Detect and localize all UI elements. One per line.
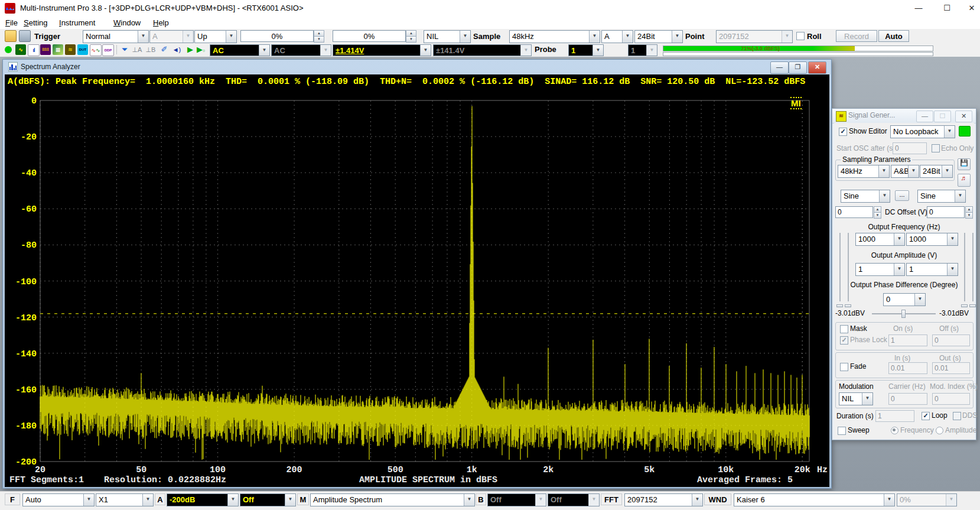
- spin-down-icon[interactable]: ▼: [874, 212, 881, 219]
- gen-channels-combo[interactable]: A&B▼: [891, 165, 919, 178]
- freq-slider-a-left[interactable]: [836, 233, 843, 307]
- music-note-button[interactable]: ♬: [958, 174, 971, 187]
- menu-window[interactable]: Window: [111, 18, 143, 28]
- a-ref-combo[interactable]: Off▼: [240, 493, 296, 506]
- roll-checkbox[interactable]: [796, 32, 805, 40]
- freq-slider-b-left[interactable]: [961, 233, 968, 307]
- wave-more-button[interactable]: ...: [895, 190, 909, 201]
- chevron-down-icon[interactable]: ▼: [884, 494, 894, 506]
- dc-offset-b-spinner[interactable]: ▲▼: [965, 206, 973, 218]
- chevron-down-icon[interactable]: ▼: [138, 31, 148, 43]
- save-file-icon[interactable]: [19, 30, 31, 42]
- a-range-combo[interactable]: -200dB▼: [167, 493, 239, 506]
- phase-combo[interactable]: 0▼: [883, 293, 926, 306]
- chevron-down-icon[interactable]: ▼: [908, 165, 919, 177]
- ddp-viewer-icon[interactable]: DDP: [102, 44, 114, 56]
- restore-icon[interactable]: ❐: [789, 61, 807, 74]
- chevron-down-icon[interactable]: ▼: [914, 294, 925, 306]
- dc-offset-a-field[interactable]: 0: [835, 206, 873, 218]
- trigger-level-spinner[interactable]: ▲▼: [314, 30, 324, 42]
- duration-field[interactable]: 1: [875, 410, 914, 422]
- coupling-a-combo[interactable]: AC▼: [210, 44, 270, 56]
- chevron-down-icon[interactable]: ▼: [285, 494, 295, 506]
- chevron-down-icon[interactable]: ▼: [589, 31, 600, 43]
- sample-channel-combo[interactable]: A▼: [601, 30, 633, 43]
- fade-checkbox[interactable]: [840, 363, 848, 371]
- trigger-delay-spinner[interactable]: ▲▼: [406, 30, 416, 42]
- close-icon[interactable]: ✕: [808, 61, 826, 74]
- chevron-down-icon[interactable]: ▼: [878, 165, 889, 177]
- output-on-button[interactable]: [959, 126, 971, 137]
- amp-a-combo[interactable]: 1▼: [855, 263, 905, 276]
- save-signal-button[interactable]: 💾: [958, 158, 971, 170]
- freq-a-combo[interactable]: 1000▼: [855, 233, 905, 246]
- freq-b-combo[interactable]: 1000▼: [906, 233, 958, 246]
- spin-down-icon[interactable]: ▼: [965, 212, 973, 219]
- chevron-down-icon[interactable]: ▼: [862, 393, 872, 405]
- freq-axis-combo[interactable]: Auto▼: [22, 493, 95, 506]
- spectrum-analyzer-icon[interactable]: ıl: [28, 44, 40, 56]
- amp-b-combo[interactable]: 1▼: [906, 263, 958, 276]
- open-file-icon[interactable]: [5, 30, 17, 42]
- chevron-down-icon[interactable]: ▼: [460, 31, 470, 43]
- play-icon[interactable]: ▶: [185, 44, 196, 55]
- signal-generator-titlebar[interactable]: ≋ Signal Gener... — ☐ ✕: [832, 109, 976, 124]
- freq-slider-b-right[interactable]: [969, 233, 976, 307]
- spin-down-icon[interactable]: ▼: [406, 36, 416, 43]
- chevron-down-icon[interactable]: ▼: [592, 45, 603, 56]
- sample-bits-combo[interactable]: 24Bit▼: [634, 30, 683, 43]
- chevron-down-icon[interactable]: ▼: [947, 233, 958, 245]
- show-editor-checkbox[interactable]: [839, 128, 847, 136]
- trigger-mode-combo[interactable]: Normal▼: [83, 30, 149, 43]
- spectrum-chart[interactable]: 0-20-40-60-80-100-120-140-160-180-200205…: [5, 74, 829, 487]
- multimeter-icon[interactable]: 888: [40, 44, 51, 55]
- chevron-down-icon[interactable]: ▼: [894, 233, 904, 245]
- chevron-down-icon[interactable]: ▼: [464, 494, 474, 506]
- minimize-icon[interactable]: —: [770, 61, 789, 74]
- gen-bits-combo[interactable]: 24Bit▼: [920, 165, 953, 178]
- loopback-combo[interactable]: No Loopback▼: [890, 125, 955, 138]
- chevron-down-icon[interactable]: ▼: [955, 190, 965, 202]
- close-icon[interactable]: ✕: [963, 3, 980, 14]
- chevron-down-icon[interactable]: ▼: [83, 494, 94, 506]
- trigger-delay-field[interactable]: 0%: [333, 30, 406, 42]
- menu-help[interactable]: Help: [151, 18, 171, 28]
- mask-checkbox[interactable]: [840, 325, 848, 333]
- minimize-icon[interactable]: —: [916, 111, 933, 122]
- chevron-down-icon[interactable]: ▼: [227, 494, 238, 506]
- range-a-combo[interactable]: ±1.414V▼: [333, 44, 431, 56]
- chevron-down-icon[interactable]: ▼: [226, 31, 236, 43]
- trigger-hpf-combo[interactable]: NIL▼: [424, 30, 471, 43]
- spectrum-window-titlebar[interactable]: Spectrum Analyzer — ❐ ✕: [3, 60, 831, 74]
- chevron-down-icon[interactable]: ▼: [942, 165, 952, 177]
- dc-offset-b-field[interactable]: 0: [927, 206, 965, 218]
- modulation-combo[interactable]: NIL▼: [839, 392, 873, 405]
- wave-b-combo[interactable]: Sine▼: [917, 190, 966, 203]
- loop-checkbox[interactable]: [922, 412, 930, 420]
- menu-setting[interactable]: Setting: [21, 18, 50, 28]
- trigger-level-field[interactable]: 0%: [240, 30, 314, 42]
- fft-size-combo[interactable]: 2097152▼: [624, 493, 703, 506]
- data-logger-icon[interactable]: ∿∿: [90, 44, 102, 56]
- balance-slider-thumb[interactable]: [901, 310, 906, 318]
- dut-icon[interactable]: DUT: [77, 44, 88, 55]
- sweep-checkbox[interactable]: [838, 427, 846, 435]
- menu-file[interactable]: File: [3, 18, 20, 28]
- maximize-icon[interactable]: ☐: [938, 3, 956, 14]
- gen-sample-rate-combo[interactable]: 48kHz▼: [838, 165, 890, 178]
- chevron-down-icon[interactable]: ▼: [420, 45, 431, 56]
- chevron-down-icon[interactable]: ▼: [879, 190, 890, 202]
- dc-offset-a-spinner[interactable]: ▲▼: [874, 206, 881, 218]
- sample-rate-combo[interactable]: 48kHz▼: [509, 30, 600, 43]
- chevron-down-icon[interactable]: ▼: [947, 264, 958, 275]
- speaker-icon[interactable]: ◄): [171, 44, 182, 55]
- chevron-down-icon[interactable]: ▼: [622, 31, 633, 43]
- auto-button[interactable]: Auto: [878, 30, 909, 42]
- probe-a-combo[interactable]: 1▼: [568, 44, 604, 56]
- oscilloscope-icon[interactable]: ∿: [15, 44, 26, 55]
- chevron-down-icon[interactable]: ▼: [944, 126, 955, 138]
- mode-combo[interactable]: Amplitude Spectrum▼: [310, 493, 475, 506]
- filter-icon[interactable]: ⏷: [119, 44, 130, 55]
- chevron-down-icon[interactable]: ▼: [142, 494, 153, 506]
- trigger-edge-combo[interactable]: Up▼: [194, 30, 237, 43]
